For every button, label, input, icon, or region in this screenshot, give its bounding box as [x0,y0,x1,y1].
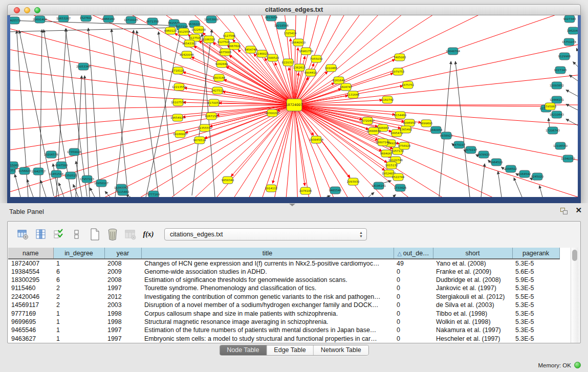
network-node[interactable]: 1979753 [392,68,405,75]
close-panel-icon[interactable]: ✕ [575,206,582,215]
network-node[interactable]: 991351 [10,167,16,174]
table-cell[interactable]: 5.3E-5 [512,318,559,326]
network-node[interactable]: 16961758 [299,48,313,55]
network-node[interactable]: 1527602 [80,15,93,21]
table-cell[interactable]: 1 [53,259,104,267]
network-node[interactable]: 8096950 [403,119,416,126]
network-node[interactable]: 12213553 [172,83,186,91]
network-node[interactable]: 12093852 [550,82,564,89]
network-node[interactable]: 1914112 [265,185,278,192]
table-cell[interactable]: Disruption of a novel member of a sodium… [141,301,394,309]
table-cell[interactable]: 2012 [104,293,141,301]
network-node[interactable]: 1094502 [505,165,517,172]
network-node[interactable]: 20206576 [44,151,58,158]
table-cell[interactable]: 14569117 [8,301,53,309]
table-row[interactable]: 1938455462009Genome-wide association stu… [8,267,559,275]
network-node[interactable]: 1325419 [284,30,297,37]
table-cell[interactable]: 9465546 [8,326,53,334]
network-node[interactable]: 9678514 [193,137,206,144]
table-cell[interactable]: 1 [53,326,104,334]
table-cell[interactable]: 1998 [104,309,141,317]
table-cell[interactable]: 0 [394,309,433,317]
table-cell[interactable]: Jankovic et al. (1997) [433,284,512,292]
table-cell[interactable]: Estimation of significance thresholds fo… [141,276,394,284]
network-node[interactable]: 17206743 [546,127,560,134]
network-node[interactable]: 1595863 [544,103,557,110]
network-node[interactable]: 15751074 [562,38,576,46]
network-node[interactable]: 2076186 [299,187,312,194]
table-select-dropdown[interactable]: citations_edges.txt ▲▼ [164,228,367,240]
table-cell[interactable]: 1997 [104,335,141,343]
table-cell[interactable]: 0 [394,276,433,284]
table-scrollbar-thumb[interactable] [572,250,577,261]
network-node[interactable]: 9858340 [222,177,234,184]
table-cell[interactable]: 19384554 [8,267,53,275]
network-node[interactable]: 9146821 [256,50,269,57]
network-node[interactable]: 1350515 [64,172,77,179]
network-node[interactable]: 8220317 [282,59,295,66]
network-node[interactable]: 11451544 [49,170,63,178]
network-node[interactable]: 12444151 [550,96,564,103]
network-node[interactable]: 9154460 [394,112,407,119]
network-node[interactable]: 9027343 [563,15,576,23]
table-cell[interactable]: 2008 [104,276,141,284]
table-cell[interactable]: 5.3E-5 [512,259,559,267]
network-node[interactable]: 6466160 [102,15,115,23]
show-columns-icon[interactable] [34,227,48,242]
network-node[interactable]: 6671358 [146,18,159,25]
panel-resize-handle[interactable] [289,204,295,206]
table-cell[interactable]: Hescheler et al. (1997) [433,335,512,343]
table-cell[interactable]: de Silva et al. (2003) [433,301,512,309]
network-node[interactable]: 2427513 [211,87,224,94]
network-node[interactable]: 2522744 [392,173,405,181]
table-cell[interactable]: 5.3E-5 [512,301,559,309]
table-cell[interactable]: 1 [53,318,104,326]
table-row[interactable]: 1830029562008Estimation of significance … [8,276,559,284]
table-cell[interactable]: 5.3E-5 [512,335,559,343]
table-cell[interactable]: 9699695 [8,318,53,326]
table-cell[interactable]: 9115460 [8,284,53,292]
new-table-icon[interactable] [88,227,102,242]
column-header-title[interactable]: title [141,248,394,259]
network-node[interactable]: 18226058 [191,26,206,33]
table-cell[interactable]: 18300295 [8,276,53,284]
network-node[interactable]: 16053809 [204,16,219,23]
table-cell[interactable]: 0 [394,326,433,334]
table-row[interactable]: 2242004622012Investigating the contribut… [8,293,559,301]
memory-status[interactable]: Memory: OK [538,362,581,368]
row-height-icon[interactable] [70,227,84,242]
column-header-out-degree[interactable]: △out_de… [394,248,433,259]
network-node[interactable]: 2718126 [172,67,185,74]
network-node[interactable]: 8960123 [164,27,177,34]
network-node[interactable]: 8161640 [333,77,345,84]
table-cell[interactable]: 0 [394,301,433,309]
table-cell[interactable]: 0 [394,267,433,275]
table-cell[interactable]: 6 [53,276,104,284]
column-header-in-degree[interactable]: in_degree [53,248,104,259]
table-cell[interactable]: 0 [394,284,433,292]
network-node[interactable]: 1733426 [394,184,407,191]
network-hub-node[interactable]: 18724007 [286,99,302,111]
network-node[interactable]: 9684067 [380,150,393,157]
network-node[interactable]: 1160742 [381,96,394,103]
network-node[interactable]: 8938923 [440,132,453,139]
function-builder-icon[interactable]: f(x) [141,227,156,242]
table-cell[interactable]: 22420046 [8,293,53,301]
network-node[interactable]: 8267150 [205,113,218,120]
table-row[interactable]: 969969511998Structural magnetic resonanc… [8,318,559,326]
table-cell[interactable]: 2008 [104,259,141,267]
table-cell[interactable]: Tourette syndrome. Phenomenology and cla… [141,284,394,292]
network-node[interactable]: 8186328 [203,36,215,43]
table-cell[interactable]: Franke et al. (2009) [433,267,512,275]
network-node[interactable]: 9227343 [554,67,567,74]
column-header-name[interactable]: name [8,248,53,259]
network-node[interactable]: 1964520 [490,159,503,166]
network-node[interactable]: 12106550 [553,142,568,149]
table-cell[interactable]: 2 [53,301,104,309]
network-node[interactable]: 20053346 [76,63,91,70]
column-header-short[interactable]: short [433,248,512,259]
table-row[interactable]: 977716911998Corpus callosum shape and si… [8,309,559,317]
table-cell[interactable]: Embryonic stem cells: a model to study s… [141,335,394,343]
network-node[interactable]: 7485083 [394,54,406,61]
table-cell[interactable]: Yano et al. (2008) [433,259,512,267]
